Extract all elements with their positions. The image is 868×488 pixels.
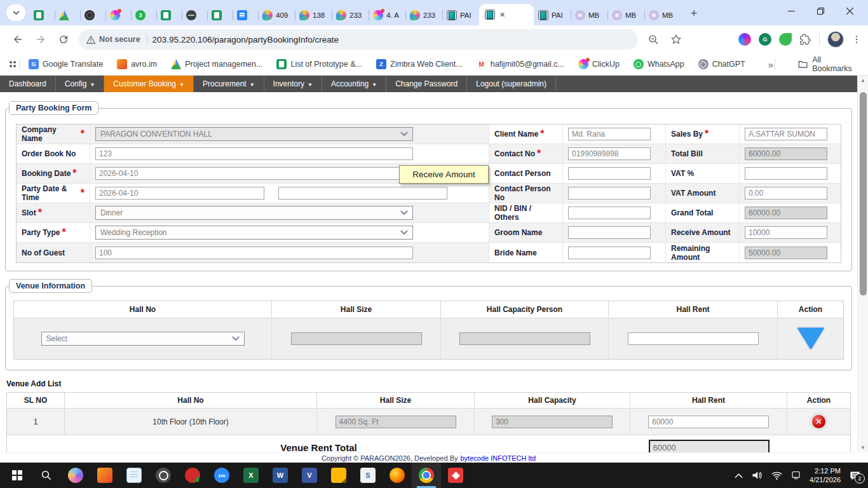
scrollbar-down-arrow[interactable]: ▼	[858, 443, 868, 452]
taskbar-clock[interactable]: 2:12 PM 4/21/2026	[810, 466, 841, 485]
browser-tab[interactable]: MB	[571, 5, 607, 25]
tab-scroll-button[interactable]	[6, 4, 25, 21]
booking-date-field[interactable]	[95, 167, 413, 180]
bookmark-star-icon[interactable]	[666, 29, 686, 50]
taskbar-avro-button[interactable]	[90, 463, 119, 488]
browser-tab[interactable]	[80, 5, 105, 25]
delete-row-button[interactable]: ✕	[811, 414, 827, 430]
hall-rent-field[interactable]	[628, 332, 759, 345]
minimize-button[interactable]	[776, 0, 806, 22]
forward-button[interactable]	[31, 29, 51, 50]
close-window-button[interactable]	[835, 0, 864, 22]
taskbar-irfanview-button[interactable]	[178, 463, 207, 488]
nav-item-change-password[interactable]: Change Password	[386, 76, 467, 92]
browser-tab[interactable]	[131, 5, 156, 25]
bookmark-item[interactable]: Google Translate	[29, 59, 103, 69]
extensions-puzzle-icon[interactable]	[799, 34, 811, 46]
nid-bin-others-field[interactable]	[568, 207, 651, 219]
no-of-guest-field[interactable]	[95, 247, 413, 259]
taskbar-excel-button[interactable]: X	[236, 463, 266, 488]
bride-name-field[interactable]	[568, 247, 651, 259]
taskbar-word-button[interactable]: W	[266, 463, 295, 488]
taskbar-red-app-button[interactable]	[441, 463, 470, 488]
browser-tab[interactable]: 138	[295, 5, 332, 25]
scrollbar-thumb[interactable]	[860, 92, 867, 295]
security-chip[interactable]: Not secure	[86, 35, 147, 44]
groom-name-field[interactable]	[568, 226, 651, 239]
extension-gradient-icon[interactable]	[738, 33, 751, 46]
scrollbar-up-arrow[interactable]: ▲	[858, 76, 868, 85]
party-type-select[interactable]: Wedding Reception	[95, 226, 413, 240]
active-tab[interactable]: ✕	[479, 4, 534, 25]
contact-no-field[interactable]	[568, 147, 651, 160]
hall-no-select[interactable]: Select	[41, 332, 245, 346]
browser-tab[interactable]: PAI	[534, 5, 571, 25]
grammarly-icon[interactable]	[759, 33, 771, 46]
taskbar-copilot-button[interactable]	[61, 463, 90, 488]
browser-tab[interactable]: 233	[405, 5, 442, 25]
contact-person-no-field[interactable]	[568, 187, 651, 200]
nav-item-inventory[interactable]: Inventory▼	[264, 76, 322, 92]
browser-tab[interactable]	[29, 5, 55, 25]
volume-icon[interactable]	[752, 471, 763, 480]
vat-field[interactable]	[745, 167, 827, 180]
all-bookmarks-button[interactable]: All Bookmarks	[798, 55, 860, 73]
bookmark-item[interactable]: ClickUp	[578, 59, 620, 69]
maximize-button[interactable]	[806, 0, 835, 22]
contact-person-field[interactable]	[568, 167, 651, 180]
nav-item-customer-booking[interactable]: Customer Booking▼	[104, 76, 194, 92]
browser-tab[interactable]	[105, 5, 131, 25]
tab-close-icon[interactable]: ✕	[499, 11, 505, 19]
wifi-icon[interactable]	[771, 471, 782, 480]
url-text[interactable]: 203.95.220.106/paragon/partyBookingInfo/…	[153, 35, 339, 44]
bookmark-item[interactable]: List of Prototype &...	[276, 59, 362, 69]
taskbar-sticky-notes-button[interactable]	[324, 463, 353, 488]
client-name-field[interactable]	[568, 128, 651, 140]
nav-item-logout-superadmin-[interactable]: Logout (superadmin)	[467, 76, 556, 92]
nav-item-procurement[interactable]: Procurement▼	[194, 76, 264, 92]
taskbar-start-button[interactable]	[3, 463, 32, 488]
back-button[interactable]	[8, 29, 28, 50]
profile-avatar[interactable]	[827, 31, 844, 48]
taskbar-whatsapp-button[interactable]	[149, 463, 178, 488]
page-scrollbar[interactable]: ▲ ▼	[857, 76, 868, 452]
reload-button[interactable]	[53, 29, 74, 50]
browser-tab[interactable]	[156, 5, 182, 25]
new-tab-button[interactable]: +	[685, 4, 703, 22]
vat-amount-field[interactable]	[745, 187, 827, 200]
apps-grid-icon[interactable]	[8, 59, 18, 69]
company-name-select[interactable]: PARAGON CONVENTION HALL	[95, 127, 413, 141]
address-bar[interactable]: Not secure 203.95.220.106/paragon/partyB…	[79, 29, 638, 50]
browser-menu-icon[interactable]	[851, 34, 862, 44]
sales-by-field[interactable]	[745, 128, 827, 140]
zoom-indicator-icon[interactable]	[643, 29, 663, 50]
list-hall-rent-field[interactable]	[648, 416, 769, 428]
browser-tab[interactable]	[207, 5, 233, 25]
bookmark-item[interactable]: ChatGPT	[698, 59, 745, 69]
bookmark-item[interactable]: WhatsApp	[634, 59, 684, 69]
taskbar-search-button[interactable]	[32, 463, 61, 488]
browser-tab[interactable]: 233	[332, 5, 369, 25]
taskbar-sublime-button[interactable]: S	[353, 463, 383, 488]
bookmark-item[interactable]: Project managemen...	[171, 59, 262, 69]
browser-tab[interactable]: 409	[258, 5, 295, 25]
notification-center-icon[interactable]	[850, 471, 860, 480]
browser-tab[interactable]	[55, 5, 80, 25]
nav-item-accounting[interactable]: Accounting▼	[322, 76, 386, 92]
party-date-time-field[interactable]	[278, 187, 447, 200]
receive-amount-field[interactable]	[745, 226, 827, 239]
adblock-leaf-icon[interactable]	[779, 33, 792, 46]
taskbar-notepad-button[interactable]	[119, 463, 149, 488]
taskbar-visio-button[interactable]: V	[295, 463, 324, 488]
bookmark-item[interactable]: hafijmit05@gmail.c...	[477, 59, 564, 69]
nav-item-config[interactable]: Config▼	[56, 76, 105, 92]
taskbar-chrome-button[interactable]	[412, 463, 441, 488]
party-date-time-field[interactable]	[95, 187, 264, 200]
browser-tab[interactable]: MB	[644, 5, 681, 25]
browser-tab[interactable]: PAI	[442, 5, 479, 25]
tray-chevron-up-icon[interactable]	[735, 473, 743, 478]
order-book-no-field[interactable]	[95, 147, 413, 160]
slot-select[interactable]: Dinner	[95, 206, 413, 220]
taskbar-zoom-button[interactable]: zm	[207, 463, 236, 488]
browser-tab[interactable]: 4. A	[369, 5, 405, 25]
